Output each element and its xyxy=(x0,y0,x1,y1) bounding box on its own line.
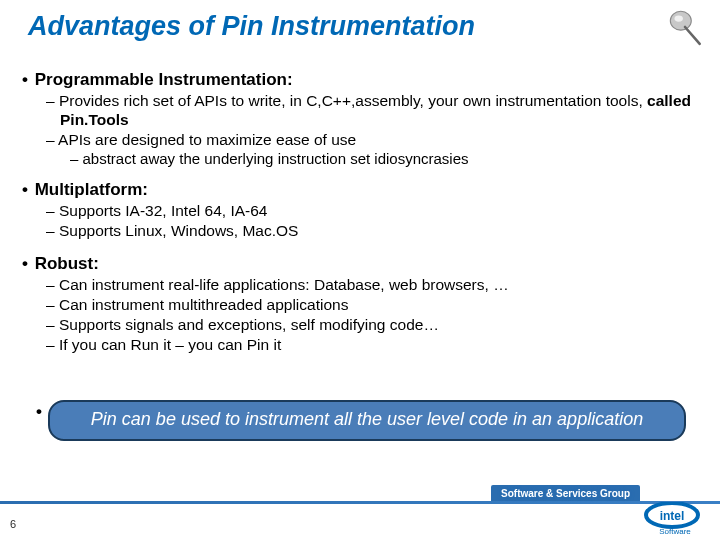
list-item: Supports IA-32, Intel 64, IA-64 xyxy=(60,202,692,221)
list-item: Can instrument real-life applications: D… xyxy=(60,276,692,295)
slide-title: Advantages of Pin Instrumentation xyxy=(28,12,692,42)
svg-text:intel: intel xyxy=(660,509,685,523)
sub-item: abstract away the underlying instruction… xyxy=(84,150,692,168)
footer: Software & Services Group intel Software… xyxy=(0,492,720,540)
list-item: Provides rich set of APIs to write, in C… xyxy=(60,92,692,130)
slide: Advantages of Pin Instrumentation Progra… xyxy=(0,0,720,540)
footer-text: Software & Services Group xyxy=(501,488,630,499)
section-heading: Programmable Instrumentation: xyxy=(36,70,692,90)
pushpin-icon xyxy=(664,6,706,48)
page-number: 6 xyxy=(10,518,16,530)
footer-stripe xyxy=(0,501,720,504)
list-item: Supports signals and exceptions, self mo… xyxy=(60,316,692,335)
section-heading: Robust: xyxy=(36,254,692,274)
intel-logo: intel Software xyxy=(644,502,706,536)
bullet-marker: • xyxy=(36,402,42,422)
list-item: Can instrument multithreaded application… xyxy=(60,296,692,315)
slide-content: Programmable Instrumentation: Provides r… xyxy=(28,70,692,355)
highlight-box: Pin can be used to instrument all the us… xyxy=(48,400,686,441)
list-item: If you can Run it – you can Pin it xyxy=(60,336,692,355)
list-item: Supports Linux, Windows, Mac.OS xyxy=(60,222,692,241)
item-text: Provides rich set of APIs to write, in C… xyxy=(59,92,647,109)
svg-text:Software: Software xyxy=(659,527,691,536)
svg-point-1 xyxy=(675,15,683,21)
section-heading: Multiplatform: xyxy=(36,180,692,200)
list-item: APIs are designed to maximize ease of us… xyxy=(60,131,692,150)
